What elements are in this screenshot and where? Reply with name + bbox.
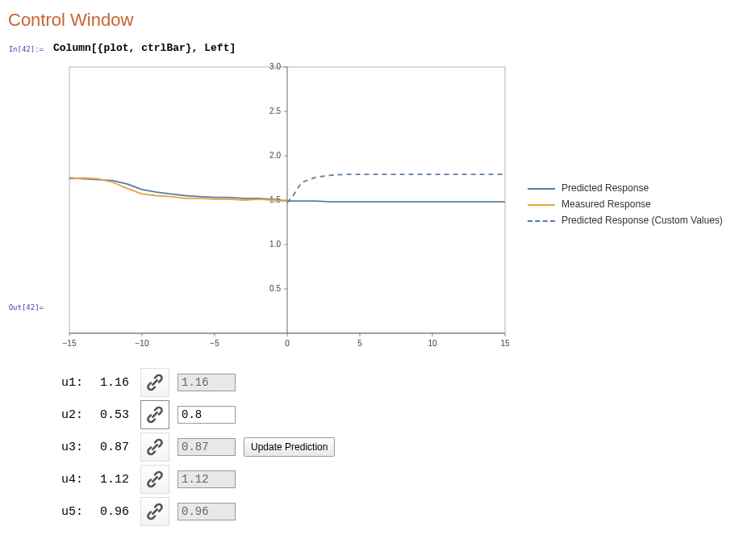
control-current-value: 1.16 [100,376,140,390]
control-current-value: 1.12 [100,473,140,487]
update-prediction-button[interactable]: Update Prediction [244,437,335,457]
legend-swatch-dashed-blue [528,220,555,222]
chart-container: −15−10−50510150.51.01.52.02.53.0 [53,59,513,357]
control-current-value: 0.96 [100,505,140,519]
svg-text:2.0: 2.0 [269,151,281,160]
output-cell-label: Out[42]= [5,303,44,311]
legend-swatch-solid-blue [528,188,555,190]
svg-text:2.5: 2.5 [269,107,281,115]
control-label: u2: [61,408,100,422]
legend-item-custom: Predicted Response (Custom Values) [528,215,723,226]
output-area: −15−10−50510150.51.01.52.02.53.0 Predict… [53,59,731,357]
legend-swatch-solid-orange [528,204,555,206]
control-current-value: 0.53 [100,408,140,422]
control-bar: u1:1.16u2:0.53u3:0.87Update Predictionu4… [53,366,731,528]
control-input[interactable] [177,503,236,520]
link-icon [144,501,165,522]
svg-text:10: 10 [428,339,437,348]
svg-text:1.0: 1.0 [269,240,281,249]
section-title: Control Window [8,8,731,42]
control-label: u1: [61,376,100,390]
svg-text:3.0: 3.0 [269,62,281,71]
control-row-u2: u2:0.53 [53,399,731,431]
control-input[interactable] [177,374,236,391]
link-toggle-button[interactable] [140,400,169,429]
svg-text:0.5: 0.5 [269,284,281,293]
link-icon [144,469,165,490]
control-row-u5: u5:0.96 [53,495,731,528]
control-input[interactable] [177,470,236,488]
control-row-u3: u3:0.87Update Prediction [53,431,731,463]
code-line: Column[{plot, ctrlBar}, Left] [53,42,731,54]
legend-label: Predicted Response [562,182,649,194]
control-row-u1: u1:1.16 [53,366,731,399]
legend-label: Predicted Response (Custom Values) [562,215,723,226]
input-cell-label: In[42]:= [5,45,44,53]
link-icon [144,437,165,458]
control-label: u4: [61,473,100,487]
legend: Predicted Response Measured Response Pre… [528,182,723,226]
control-input[interactable] [177,438,236,456]
control-label: u5: [61,505,100,519]
svg-text:0: 0 [285,339,290,348]
link-toggle-button[interactable] [140,497,169,526]
legend-label: Measured Response [562,199,651,210]
svg-text:15: 15 [500,339,510,348]
link-toggle-button[interactable] [140,368,169,397]
svg-text:5: 5 [357,339,362,348]
chart-svg: −15−10−50510150.51.01.52.02.53.0 [53,59,513,354]
link-toggle-button[interactable] [140,433,169,462]
link-icon [144,372,165,393]
link-icon [144,404,165,425]
control-current-value: 0.87 [100,441,140,454]
svg-text:−15: −15 [63,339,77,348]
svg-text:−10: −10 [136,339,149,348]
control-row-u4: u4:1.12 [53,463,731,495]
control-label: u3: [61,441,100,454]
legend-item-measured: Measured Response [528,199,723,210]
control-input[interactable] [177,406,236,424]
legend-item-predicted: Predicted Response [528,182,723,194]
link-toggle-button[interactable] [140,465,169,494]
svg-text:−5: −5 [210,339,219,348]
